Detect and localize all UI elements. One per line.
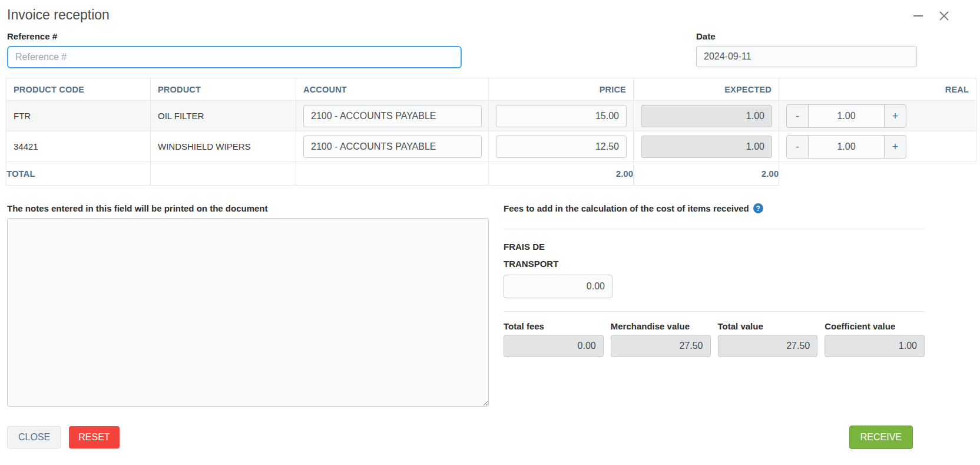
- summary-field: Merchandise value: [611, 321, 711, 357]
- price-cell: [489, 101, 634, 131]
- column-header-account: ACCOUNT: [296, 78, 489, 101]
- notes-group: The notes entered in this field will be …: [7, 203, 489, 409]
- account-cell: [296, 101, 489, 131]
- invoice-reception-dialog: Invoice reception Reference # Date: [0, 0, 980, 465]
- minimize-icon[interactable]: [912, 9, 925, 22]
- product-name-cell: WINDSHIELD WIPERS: [151, 131, 296, 162]
- price-cell: [489, 131, 634, 162]
- decrement-button[interactable]: -: [786, 135, 809, 159]
- date-label: Date: [696, 31, 917, 41]
- summary-field-label: Coefficient value: [825, 321, 925, 331]
- column-header-real: REAL: [779, 78, 976, 101]
- table-row: 34421 WINDSHIELD WIPERS - +: [6, 131, 976, 162]
- help-icon[interactable]: ?: [753, 203, 763, 213]
- real-quantity-input[interactable]: [808, 135, 885, 159]
- notes-label: The notes entered in this field will be …: [7, 203, 489, 213]
- summary-field-input: [611, 335, 711, 357]
- date-field-group: Date: [696, 31, 917, 68]
- close-icon[interactable]: [938, 9, 951, 22]
- fees-divider-bottom: [504, 311, 925, 312]
- increment-button[interactable]: +: [884, 104, 906, 128]
- increment-button[interactable]: +: [884, 135, 906, 159]
- account-input[interactable]: [303, 105, 482, 127]
- real-quantity-input[interactable]: [808, 104, 885, 128]
- summary-field-input: [825, 335, 925, 357]
- summary-field-input: [718, 335, 818, 357]
- summary-field: Coefficient value: [825, 321, 925, 357]
- product-code-cell: 34421: [6, 131, 151, 162]
- table-row: FTR OIL FILTER - +: [6, 101, 976, 131]
- product-name-cell: OIL FILTER: [151, 101, 296, 131]
- date-input[interactable]: [696, 46, 917, 67]
- receive-button[interactable]: RECEIVE: [849, 426, 913, 449]
- total-empty-account: [296, 162, 489, 186]
- close-button[interactable]: CLOSE: [7, 426, 61, 448]
- window-controls: [912, 9, 951, 22]
- account-cell: [296, 131, 489, 162]
- top-form-row: Reference # Date: [6, 23, 974, 68]
- expected-input: [641, 136, 772, 158]
- fee-items-container: FRAIS DE TRANSPORT: [504, 239, 925, 298]
- column-header-price: PRICE: [489, 78, 634, 101]
- price-input[interactable]: [496, 105, 627, 127]
- summary-field-label: Total value: [718, 321, 818, 331]
- summary-field-input: [504, 335, 604, 357]
- summary-field: Total fees: [504, 321, 604, 357]
- summary-field-label: Total fees: [504, 321, 604, 331]
- summary-field: Total value: [718, 321, 818, 357]
- column-header-expected: EXPECTED: [634, 78, 779, 101]
- product-code-cell: FTR: [6, 101, 151, 131]
- fees-panel: Fees to add in the calculation of the co…: [504, 203, 925, 409]
- table-header-row: PRODUCT CODE PRODUCT ACCOUNT PRICE EXPEC…: [6, 78, 976, 101]
- total-price-value: 2.00: [489, 162, 634, 186]
- reference-field-group: Reference #: [7, 31, 462, 68]
- dialog-header: Invoice reception: [6, 6, 974, 23]
- real-cell: - +: [779, 101, 976, 131]
- account-input[interactable]: [303, 136, 482, 158]
- fees-summary-grid: Total fees Merchandise value Total value…: [504, 321, 925, 357]
- summary-field-label: Merchandise value: [611, 321, 711, 331]
- column-header-product: PRODUCT: [151, 78, 296, 101]
- lower-section: The notes entered in this field will be …: [6, 186, 974, 409]
- page-title: Invoice reception: [7, 7, 110, 23]
- decrement-button[interactable]: -: [786, 104, 809, 128]
- dialog-footer: CLOSE RESET RECEIVE: [6, 409, 974, 449]
- real-cell: - +: [779, 131, 976, 162]
- quantity-stepper: - +: [786, 104, 906, 128]
- fee-item-label: FRAIS DE TRANSPORT: [504, 239, 580, 272]
- expected-cell: [634, 101, 779, 131]
- column-header-product-code: PRODUCT CODE: [6, 78, 151, 101]
- reference-input[interactable]: [7, 46, 462, 68]
- fees-divider-top: [504, 229, 925, 229]
- expected-cell: [634, 131, 779, 162]
- fee-item: FRAIS DE TRANSPORT: [504, 239, 925, 298]
- total-empty-product: [151, 162, 296, 186]
- total-expected-value: 2.00: [634, 162, 779, 186]
- fee-item-input[interactable]: [504, 275, 612, 298]
- total-row: TOTAL 2.00 2.00: [6, 162, 976, 186]
- products-table: PRODUCT CODE PRODUCT ACCOUNT PRICE EXPEC…: [6, 78, 976, 186]
- total-label: TOTAL: [6, 162, 151, 186]
- expected-input: [641, 105, 772, 127]
- notes-textarea[interactable]: [7, 218, 489, 407]
- price-input[interactable]: [496, 136, 627, 158]
- total-empty-real: [779, 162, 976, 186]
- quantity-stepper: - +: [786, 135, 906, 159]
- reset-button[interactable]: RESET: [69, 426, 119, 448]
- product-table-body: FTR OIL FILTER - + 34421 WINDSHIELD W: [6, 101, 976, 162]
- reference-label: Reference #: [7, 31, 462, 41]
- fees-heading: Fees to add in the calculation of the co…: [504, 203, 749, 213]
